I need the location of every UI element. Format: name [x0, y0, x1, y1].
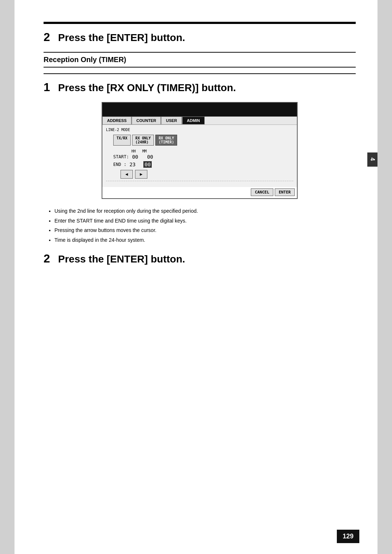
tab-counter[interactable]: COUNTER [132, 117, 160, 125]
step2-first-text: Press the [ENTER] button. [58, 32, 185, 44]
rx-only-24hr-button[interactable]: RX ONLY(24HR) [132, 135, 154, 146]
end-row: END : 23 00 [113, 161, 293, 168]
screen-body: LINE-2 MODE TX/RX RX ONLY(24HR) RX ONLY(… [102, 125, 297, 187]
screen-divider [106, 181, 293, 181]
step2-second-heading: 2 Press the [ENTER] button. [44, 252, 356, 265]
end-hh-val: 23 [128, 162, 136, 167]
mode-label: LINE-2 MODE [106, 128, 293, 132]
tab-user[interactable]: USER [161, 117, 181, 125]
left-arrow-button[interactable]: ◄ [121, 170, 133, 179]
start-hh-val: 00 [131, 154, 139, 160]
time-area: HH MM START: 00 00 END : 23 [113, 149, 293, 179]
start-mm-val: 00 [146, 154, 154, 160]
screen-footer: CANCEL ENTER [102, 187, 297, 198]
step2-first-number: 2 [44, 30, 54, 44]
start-label: START: [113, 154, 129, 159]
end-label: END : [113, 162, 126, 167]
tx-rx-button[interactable]: TX/RX [113, 135, 131, 146]
step2-second-text: Press the [ENTER] button. [58, 253, 185, 265]
step1-heading: 1 Press the [RX ONLY (TIMER)] button. [44, 81, 356, 94]
step1-number: 1 [44, 81, 54, 94]
page-number: 129 [337, 530, 359, 543]
bullet-list: Using the 2nd line for reception only du… [51, 206, 356, 245]
tab-admin[interactable]: ADMIN [182, 117, 205, 125]
start-row: START: 00 00 [113, 154, 293, 160]
screen-tabs: ADDRESS COUNTER USER ADMIN [102, 117, 297, 125]
time-sep-end [139, 162, 141, 167]
chapter-tab: 4 [367, 152, 377, 167]
right-arrow-button[interactable]: ► [135, 170, 147, 179]
step1-text: Press the [RX ONLY (TIMER)] button. [58, 82, 236, 94]
step2-second-number: 2 [44, 252, 54, 265]
sub-rule [44, 73, 356, 74]
rx-only-timer-button[interactable]: RX ONLY(TIMER) [155, 135, 177, 146]
bullet-1: Using the 2nd line for reception only du… [54, 206, 356, 216]
bullet-3: Pressing the arrow buttons moves the cur… [54, 225, 356, 235]
page: 2 Press the [ENTER] button. Reception On… [15, 0, 377, 554]
hh-label: HH [131, 149, 136, 153]
end-mm-val: 00 [143, 161, 152, 168]
tab-address[interactable]: ADDRESS [102, 117, 131, 125]
screen-header-bar [102, 103, 297, 117]
bullet-4: Time is displayed in the 24-hour system. [54, 235, 356, 245]
arrow-buttons: ◄ ► [121, 170, 293, 179]
mm-label: MM [142, 149, 147, 153]
section-heading: Reception Only (TIMER) [44, 52, 356, 68]
mode-buttons-row: TX/RX RX ONLY(24HR) RX ONLY(TIMER) [113, 135, 293, 146]
step2-first-heading: 2 Press the [ENTER] button. [44, 30, 356, 44]
hh-mm-header: HH MM [131, 149, 293, 153]
cancel-button[interactable]: CANCEL [251, 188, 273, 196]
enter-button[interactable]: ENTER [275, 188, 295, 196]
screen: ADDRESS COUNTER USER ADMIN LINE-2 MODE T… [102, 102, 298, 199]
top-rule [44, 22, 356, 24]
time-labels: HH MM START: 00 00 END : 23 [113, 149, 293, 168]
time-sep-start [141, 154, 144, 159]
bullet-2: Enter the START time and END time using … [54, 216, 356, 226]
